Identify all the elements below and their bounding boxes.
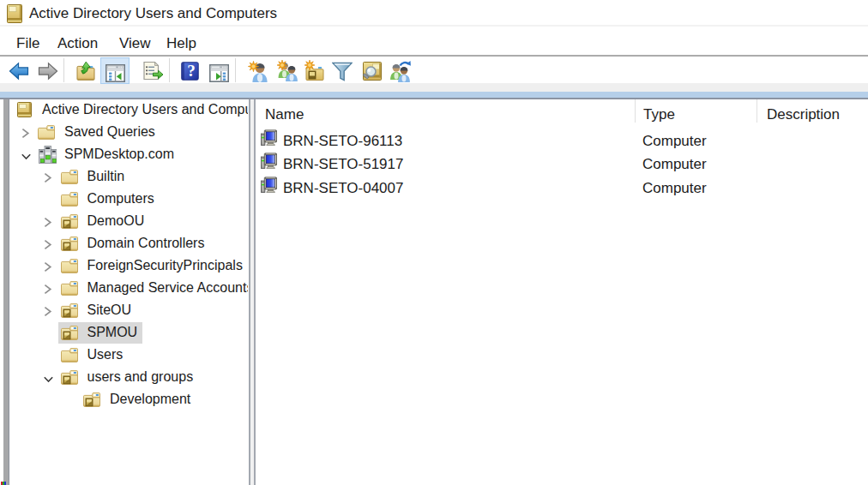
svg-text:?: ? xyxy=(187,62,196,80)
